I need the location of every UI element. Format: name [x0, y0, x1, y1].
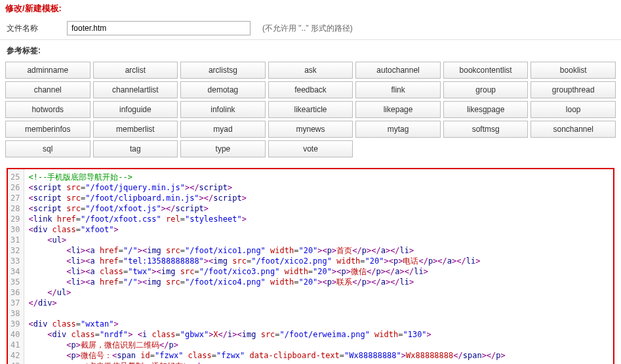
editor-code[interactable]: <!--手机版底部导航开始--><script src="/foot/jquer…: [24, 169, 613, 364]
filename-label: 文件名称: [7, 23, 59, 34]
tag-arclistsg[interactable]: arclistsg: [180, 62, 266, 79]
tag-feedback[interactable]: feedback: [268, 81, 353, 98]
tag-infoguide[interactable]: infoguide: [93, 101, 178, 118]
tag-demotag[interactable]: demotag: [180, 81, 266, 98]
tag-booklist[interactable]: booklist: [531, 62, 616, 79]
tag-memberinfos[interactable]: memberinfos: [5, 121, 90, 138]
tags-section-label: 参考标签:: [0, 40, 621, 59]
page-title: 修改/新建模板:: [0, 0, 621, 17]
tag-autochannel[interactable]: autochannel: [355, 62, 441, 79]
tag-group[interactable]: group: [443, 81, 529, 98]
tag-likepage[interactable]: likepage: [355, 101, 441, 118]
filename-input[interactable]: [67, 21, 250, 35]
tag-mynews[interactable]: mynews: [268, 121, 353, 138]
tag-sonchannel[interactable]: sonchannel: [531, 121, 616, 138]
tag-groupthread[interactable]: groupthread: [531, 81, 616, 98]
code-editor[interactable]: 2526272829303132333435363738394041424344…: [8, 169, 613, 364]
filename-row: 文件名称 (不允许用 ".." 形式的路径): [0, 17, 621, 40]
tag-bookcontentlist[interactable]: bookcontentlist: [443, 62, 529, 79]
filename-hint: (不允许用 ".." 形式的路径): [262, 23, 353, 34]
editor-gutter: 2526272829303132333435363738394041424344…: [8, 169, 24, 364]
tag-hotwords[interactable]: hotwords: [5, 101, 90, 118]
tag-infolink[interactable]: infolink: [180, 101, 266, 118]
tag-vote[interactable]: vote: [268, 140, 353, 157]
tag-flink[interactable]: flink: [355, 81, 441, 98]
tag-channelartlist[interactable]: channelartlist: [93, 81, 178, 98]
tag-type[interactable]: type: [180, 140, 266, 157]
tag-mytag[interactable]: mytag: [355, 121, 441, 138]
tag-likearticle[interactable]: likearticle: [268, 101, 353, 118]
tag-adminname[interactable]: adminname: [5, 62, 90, 79]
tag-memberlist[interactable]: memberlist: [93, 121, 178, 138]
tag-likesgpage[interactable]: likesgpage: [443, 101, 529, 118]
code-editor-wrap: 2526272829303132333435363738394041424344…: [7, 168, 614, 364]
tag-arclist[interactable]: arclist: [93, 62, 178, 79]
tag-myad[interactable]: myad: [180, 121, 266, 138]
tag-loop[interactable]: loop: [531, 101, 616, 118]
tag-channel[interactable]: channel: [5, 81, 90, 98]
tag-tag[interactable]: tag: [93, 140, 178, 157]
tag-softmsg[interactable]: softmsg: [443, 121, 529, 138]
tag-ask[interactable]: ask: [268, 62, 353, 79]
tag-grid: adminnamearclistarclistsgaskautochannelb…: [0, 59, 621, 164]
tag-sql[interactable]: sql: [5, 140, 90, 157]
